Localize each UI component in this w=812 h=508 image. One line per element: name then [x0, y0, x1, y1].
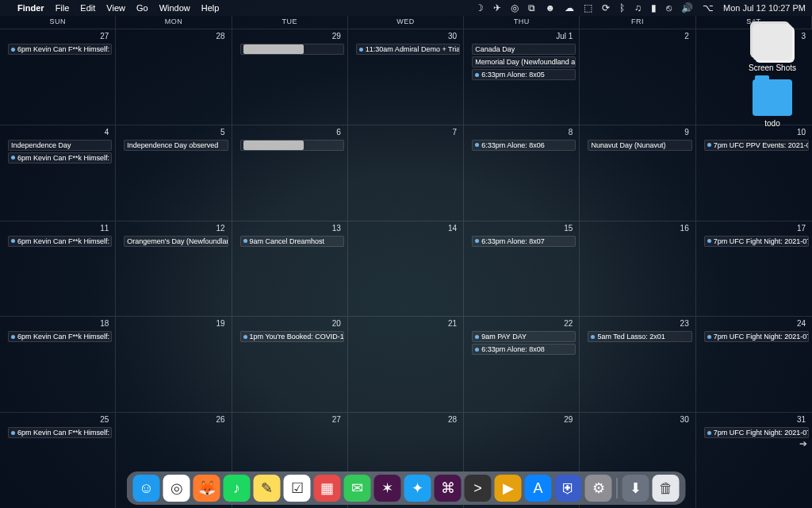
calendar-event[interactable]: Memorial Day (Newfoundland and Labrado — [472, 56, 576, 67]
calendar-cell[interactable]: 7 — [348, 125, 464, 221]
control-center-icon[interactable]: ⌥ — [703, 2, 714, 13]
calendar-event[interactable]: Canada Day — [472, 44, 576, 55]
calendar-cell[interactable]: 12Orangemen's Day (Newfoundland and Labr — [116, 221, 232, 317]
calendar-event[interactable]: Independence Day observed — [124, 140, 228, 151]
calendar-event[interactable]: 7pm UFC PPV Events: 2021-07-10 — [704, 140, 809, 151]
calendar-cell[interactable]: Jul 1Canada DayMemorial Day (Newfoundlan… — [464, 29, 580, 125]
day-number: 26 — [216, 415, 224, 424]
calendar-cell[interactable]: 201pm You're Booked: COVID-19 Dose 2 Ap — [232, 316, 348, 412]
calendar-cell[interactable]: 28 — [116, 29, 232, 125]
scroll-right-icon[interactable]: ➔ — [799, 438, 807, 449]
menubar-clock[interactable]: Mon Jul 12 10:27 PM — [723, 3, 806, 13]
calendar-cell[interactable]: 2 — [580, 29, 695, 125]
calendar-event[interactable]: 5am Ted Lasso: 2x01 — [588, 331, 691, 342]
calendar-cell[interactable]: 186pm Kevin Can F**k Himself: 1x06 — [0, 316, 116, 412]
calendar-cell[interactable]: 6████████████ — [232, 125, 348, 221]
calendar-event[interactable]: 6:33pm Alone: 8x06 — [472, 140, 576, 151]
calendar-cell[interactable]: 317pm UFC Fight Night: 2021-07-31 — [696, 412, 812, 508]
dock-app-slack[interactable]: ✶ — [374, 475, 401, 502]
calendar-cell[interactable]: 229am PAY DAY6:33pm Alone: 8x08 — [464, 316, 580, 412]
calendar-event[interactable]: 6pm Kevin Can F**k Himself: 1x07 — [8, 427, 112, 438]
calendar-cell[interactable]: 116pm Kevin Can F**k Himself: 1x05 — [0, 221, 116, 317]
dock-app-fantastical[interactable]: ▦ — [314, 475, 341, 502]
calendar-cell[interactable]: 256pm Kevin Can F**k Himself: 1x07 — [0, 412, 116, 508]
dock-app-reminders[interactable]: ☑ — [284, 475, 311, 502]
calendar-event[interactable]: 7pm UFC Fight Night: 2021-07-17 — [704, 236, 809, 247]
active-app-name[interactable]: Finder — [17, 3, 44, 13]
calendar-cell[interactable]: 139am Cancel Dreamhost — [232, 221, 348, 317]
cloud-icon[interactable]: ☁ — [565, 2, 574, 13]
calendar-cell[interactable]: 9Nunavut Day (Nunavut) — [580, 125, 695, 221]
dock-downloads[interactable]: ⬇ — [622, 475, 649, 502]
dock-trash[interactable]: 🗑 — [653, 475, 680, 502]
calendar-event[interactable]: 7pm UFC Fight Night: 2021-07-31 — [704, 427, 809, 438]
dock-app-spotify[interactable]: ♪ — [224, 475, 251, 502]
calendar-cell[interactable]: 4Independence Day6pm Kevin Can F**k Hims… — [0, 125, 116, 221]
dock-app-firefox[interactable]: 🦊 — [193, 475, 220, 502]
calendar-cell[interactable]: 19 — [116, 316, 232, 412]
dock-app-vscode[interactable]: ⌘ — [435, 475, 462, 502]
dock-app-prefs[interactable]: ⚙ — [585, 475, 612, 502]
calendar-cell[interactable]: 235am Ted Lasso: 2x01 — [580, 316, 695, 412]
dock-app-notes[interactable]: ✎ — [254, 475, 281, 502]
calendar-cell[interactable]: 177pm UFC Fight Night: 2021-07-17 — [696, 221, 812, 317]
dock-app-messages[interactable]: ✉ — [344, 475, 371, 502]
bluetooth-icon[interactable]: ᛒ — [619, 2, 625, 13]
location-icon[interactable]: ◎ — [511, 2, 519, 13]
calendar-cell[interactable]: 107pm UFC PPV Events: 2021-07-10 — [696, 125, 812, 221]
calendar-cell[interactable]: 276pm Kevin Can F**k Himself: 1x03 — [0, 29, 116, 125]
calendar-event[interactable]: Independence Day — [8, 140, 112, 151]
dock-app-twitter[interactable]: ✦ — [404, 475, 431, 502]
calendar-cell[interactable]: 86:33pm Alone: 8x06 — [464, 125, 580, 221]
wifi-icon[interactable]: ⎋ — [666, 2, 672, 13]
menu-file[interactable]: File — [56, 3, 70, 13]
calendar-event[interactable]: 11:30am Admiral Demo + Trial Kick Off — [356, 44, 460, 55]
sync-icon[interactable]: ⟳ — [602, 2, 610, 13]
calendar-event[interactable]: 7pm UFC Fight Night: 2021-07-24 — [704, 331, 809, 342]
menu-edit[interactable]: Edit — [80, 3, 95, 13]
calendar-cell[interactable]: 16 — [580, 221, 695, 317]
calendar-cell[interactable]: 21 — [348, 316, 464, 412]
calendar-cell[interactable]: 3011:30am Admiral Demo + Trial Kick Off — [348, 29, 464, 125]
calendar-event[interactable]: Nunavut Day (Nunavut) — [588, 140, 691, 151]
dock-app-shield[interactable]: ⛨ — [555, 475, 582, 502]
dropbox-icon[interactable]: ⬚ — [584, 2, 592, 13]
dock-app-appstore[interactable]: A — [525, 475, 552, 502]
dock-app-terminal[interactable]: > — [465, 475, 492, 502]
calendar-event[interactable]: 6pm Kevin Can F**k Himself: 1x04 — [8, 152, 112, 164]
menu-window[interactable]: Window — [159, 3, 190, 13]
calendar-cell[interactable]: 247pm UFC Fight Night: 2021-07-24 — [696, 316, 812, 412]
calendar-event[interactable]: 1pm You're Booked: COVID-19 Dose 2 Ap — [240, 331, 344, 342]
calendar-cell[interactable]: 29████████████ — [232, 29, 348, 125]
calendar-event[interactable]: ████████████ — [240, 140, 344, 151]
airplane-icon[interactable]: ✈ — [493, 2, 501, 13]
calendar-event[interactable]: Orangemen's Day (Newfoundland and Labr — [124, 236, 228, 247]
dock-app-chrome[interactable]: ◎ — [163, 475, 190, 502]
volume-icon[interactable]: 🔊 — [681, 2, 693, 13]
battery-icon[interactable]: ▮ — [651, 2, 657, 13]
day-number: 15 — [564, 224, 573, 233]
calendar-event[interactable]: 9am PAY DAY — [472, 331, 576, 342]
extra-icon[interactable]: ⧉ — [528, 2, 535, 13]
airpods-icon[interactable]: ♫ — [634, 2, 642, 13]
calendar-event[interactable]: 9am Cancel Dreamhost — [240, 236, 344, 247]
calendar-event[interactable]: 6pm Kevin Can F**k Himself: 1x06 — [8, 331, 112, 342]
calendar-event[interactable]: 6:33pm Alone: 8x05 — [472, 69, 576, 80]
dnd-icon[interactable]: ☽ — [475, 2, 484, 13]
day-number: 29 — [332, 32, 341, 40]
user-icon[interactable]: ☻ — [545, 2, 555, 13]
calendar-event[interactable]: 6:33pm Alone: 8x07 — [472, 236, 576, 247]
calendar-event[interactable]: ████████████ — [240, 44, 344, 55]
menu-go[interactable]: Go — [136, 3, 148, 13]
calendar-event[interactable]: 6pm Kevin Can F**k Himself: 1x05 — [8, 236, 112, 247]
menu-help[interactable]: Help — [201, 3, 220, 13]
calendar-event[interactable]: 6pm Kevin Can F**k Himself: 1x03 — [8, 44, 112, 55]
calendar-cell[interactable]: 156:33pm Alone: 8x07 — [464, 221, 580, 317]
calendar-cell[interactable]: 14 — [348, 221, 464, 317]
dock-app-plex[interactable]: ▶ — [495, 475, 522, 502]
calendar-event[interactable]: 6:33pm Alone: 8x08 — [472, 344, 576, 355]
menu-view[interactable]: View — [106, 3, 125, 13]
calendar-cell[interactable]: 3 — [696, 29, 812, 125]
dock-app-finder[interactable]: ☺ — [133, 475, 160, 502]
calendar-cell[interactable]: 5Independence Day observed — [116, 125, 232, 221]
